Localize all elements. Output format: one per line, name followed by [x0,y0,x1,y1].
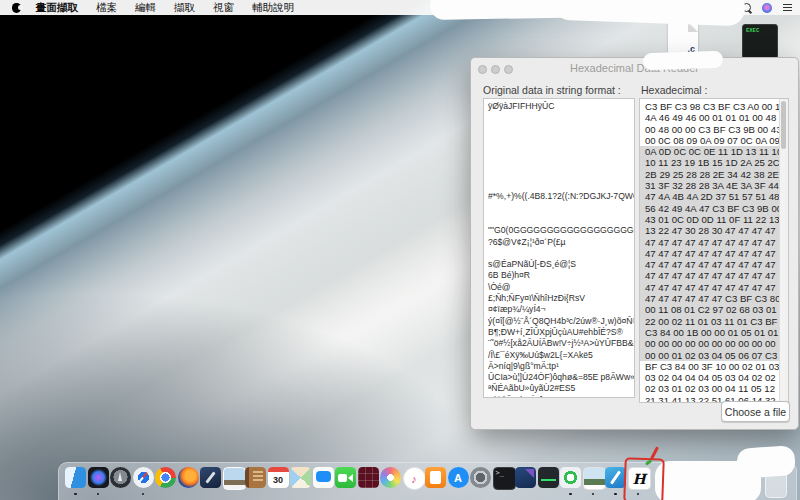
dock-icons: 30♪AH [65,467,649,497]
hex-line: 02 03 01 02 03 00 04 11 05 12 [640,383,788,394]
running-indicator-dot [592,493,595,496]
hex-data-area[interactable]: C3 BF C3 98 C3 BF C3 A0 00 104A 46 49 46… [639,98,789,403]
hex-line: 47 47 47 47 47 47 47 47 47 47 [640,259,788,270]
hex-line: C3 BF C3 98 C3 BF C3 A0 00 10 [640,101,788,112]
notification-center-icon[interactable] [783,4,792,11]
running-indicator-dot [97,493,100,496]
terminal-icon [493,467,516,490]
hex-scrollbar-thumb[interactable] [781,101,786,149]
string-line [488,124,634,135]
menu-item[interactable]: 擷取 [165,1,204,15]
finder-icon [65,467,86,488]
hex-line: 47 47 47 47 47 47 47 47 47 47 [640,237,788,248]
window-title: Hexadecimal Data Reader [471,62,798,74]
dock-preview-icon[interactable] [223,467,244,497]
dock-terminal-icon[interactable] [493,467,514,497]
dock-messages-icon[interactable] [313,467,334,497]
string-data-area[interactable]: ÿØÿàJFIFHHÿÛC #*%,+)%((.4B8.1?2((:N:?DGJ… [483,98,635,398]
hex-line: 47 47 47 47 47 47 47 47 47 47 [640,248,788,259]
dock-chrome-icon[interactable] [155,467,176,497]
dock-calendar-icon[interactable]: 30 [268,467,289,497]
dock-app-store-icon[interactable]: A [448,467,469,497]
apple-menu-icon[interactable] [12,3,21,13]
app-store-icon: A [448,467,469,488]
dock-audio-tool-icon[interactable] [538,467,559,497]
string-line: s@ÉaPNãÚ[-ÐS¸é@¦S [488,259,634,270]
hex-line: 4A 46 49 46 00 01 01 01 00 48 [640,112,788,123]
string-line: /Î\£¯éXÿ‰Uú$w2L{=XAkë5 [488,350,634,361]
hex-line: 00 48 00 00 C3 BF C3 9B 00 43 [640,124,788,135]
siri-icon[interactable] [762,3,772,13]
hex-reader-window: Hexadecimal Data Reader Original data in… [470,57,799,430]
dock-launchpad-icon[interactable] [110,467,131,497]
itunes-icon: ♪ [403,467,426,490]
hex-line: 0A 0D 0C 0C 0E 11 1D 13 11 10 [640,146,788,157]
chrome-icon [155,467,176,488]
contacts-icon [245,467,266,488]
maps-icon [290,467,311,488]
string-line: ÿØÿàJFIFHHÿÛC [488,101,634,112]
dock-system-preferences-icon[interactable] [470,467,491,497]
hex-line: 56 42 49 4A 47 C3 BF C3 9B 00 [640,203,788,214]
string-section-label: Original data in string format : [483,84,621,96]
dock-ibooks-icon[interactable] [425,467,446,497]
dock-maps-icon[interactable] [290,467,311,497]
red-highlight-annotation [623,457,665,500]
dock-photos-icon[interactable] [380,467,401,497]
string-line: ÛCIa>ù¦]Ù24ÒF)ôqhø&=85E p8ÃWw«M'. [488,372,634,383]
menu-item[interactable]: 檔案 [87,1,126,15]
xcode-icon [200,467,221,488]
dock-itunes-icon[interactable]: ♪ [403,467,424,497]
menu-item[interactable]: 輔助說明 [243,1,303,15]
string-line: B¶;ÐW+í¸ZÎÛXpjÛçùAU#ehbÎÉ?S® [488,327,634,338]
dock-contacts-icon[interactable] [245,467,266,497]
string-line: ªÑÉAãbU»ûyãÙ2#ES5 [488,383,634,394]
string-line: ¤¢ïæp¾/¼yÍ4¬ [488,304,634,315]
hex-line: BF C3 84 00 3F 10 00 02 01 03 [640,361,788,372]
string-line [488,146,634,157]
hex-line: 47 4A 4B 4A 2D 37 51 57 51 48 [640,191,788,202]
audio-tool-icon [538,467,559,488]
exec-file-icon[interactable]: EXEC [742,24,778,59]
string-line [488,203,634,214]
string-line [488,169,634,180]
dock-photo-booth-icon[interactable] [358,467,379,497]
dock-siri-icon[interactable] [88,467,109,497]
menu-item[interactable]: 編輯 [126,1,165,15]
hex-line: 43 01 0C 0D 0D 11 0F 11 22 13 [640,214,788,225]
dock-facetime-icon[interactable] [335,467,356,497]
hex-line: 31 3F 32 28 28 3A 4E 3A 3F 44 [640,180,788,191]
string-line [488,248,634,259]
white-scribble-annotation [643,51,724,71]
facetime-icon [335,467,356,488]
string-line: £;Ñh;ÑFy¤ï\ÑhîHzÐi{RsV [488,293,634,304]
string-line [488,112,634,123]
safari-icon [133,467,154,488]
dock-safari-icon[interactable] [133,467,154,497]
dock-finder-icon[interactable] [65,467,86,497]
string-line: ?6$@V¢Z¡¦¹ð¤´P(£µ [488,237,634,248]
photo-file-icon [583,467,606,490]
dock-firefox-icon[interactable] [178,467,199,497]
string-line: 6B Bé)h¤R [488,270,634,281]
string-line [488,157,634,168]
dock-android-studio-icon[interactable] [560,467,581,497]
running-indicator-dot [569,493,572,496]
ibooks-icon [425,467,446,488]
window-titlebar[interactable]: Hexadecimal Data Reader [471,58,798,78]
string-line: \Òé@ [488,282,634,293]
hex-scrollbar[interactable] [779,99,788,402]
hex-line: 22 00 02 11 01 03 11 01 C3 BF [640,316,788,327]
choose-file-button[interactable]: Choose a file [721,401,790,422]
running-indicator-dot [74,493,77,496]
hex-line: 47 47 47 47 47 47 47 47 47 47 [640,270,788,281]
menu-item[interactable]: 畫面擷取 [27,1,87,15]
dock-photo-file-icon[interactable] [583,467,604,497]
menu-item[interactable]: 視窗 [204,1,243,15]
string-line: ""G0(0GGGGGGGGGGGGGGGGGGGGGGGGGG( [488,225,634,236]
string-line: ý(¤î[@½¨Å´Q8QH4b³c/2úw®·J¸w)õ¤Ñ®S [488,316,634,327]
dock-vscode-icon[interactable] [515,467,536,497]
dock-xcode-icon[interactable] [200,467,221,497]
system-preferences-icon [470,467,491,488]
hex-line: 00 0C 08 09 0A 09 07 0C 0A 09 [640,135,788,146]
